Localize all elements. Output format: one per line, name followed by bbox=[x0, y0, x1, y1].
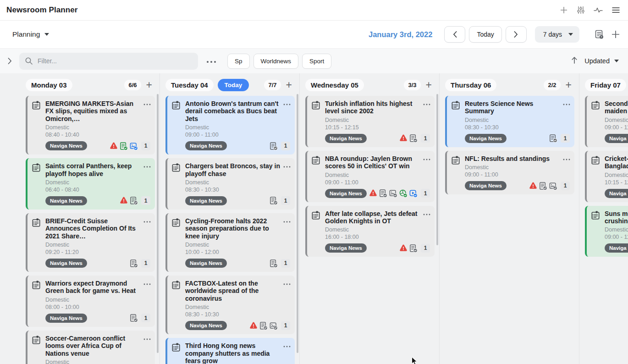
story-category: Domestic bbox=[45, 297, 150, 303]
card-menu-button[interactable] bbox=[562, 154, 571, 163]
story-type-icon bbox=[171, 218, 181, 228]
sort-direction-button[interactable] bbox=[571, 56, 578, 66]
story-category: Domestic bbox=[465, 164, 570, 171]
channel-badge: Naviga News bbox=[185, 259, 227, 268]
story-card[interactable]: Suns move crushing H Domestic 09:00 - 11… bbox=[585, 206, 628, 257]
app-header: Newsroom Planner bbox=[0, 0, 628, 21]
filter-input[interactable] bbox=[38, 57, 193, 65]
sort-by-selector[interactable]: Updated bbox=[584, 57, 619, 65]
card-menu-button[interactable] bbox=[282, 279, 292, 287]
story-card[interactable]: Third Hong Kong news company shutters as… bbox=[165, 338, 295, 364]
filter-chip-worldnews[interactable]: Worldnews bbox=[253, 54, 299, 69]
story-time: 16:00 - 18:00 bbox=[325, 234, 430, 240]
card-menu-button[interactable] bbox=[422, 99, 431, 108]
board-column: Monday 03 6/6 + EMERGING MARKETS-Asian F… bbox=[20, 73, 160, 364]
card-menu-button[interactable] bbox=[143, 161, 152, 170]
card-menu-button[interactable] bbox=[143, 334, 152, 342]
mouse-cursor bbox=[411, 357, 418, 364]
add-icon[interactable] bbox=[559, 6, 568, 15]
column-cards: Second-ra maiden Sla Domestic 09:00 - 11… bbox=[579, 96, 628, 261]
column-count-badge: 2/2 bbox=[544, 80, 560, 90]
add-story-button[interactable]: + bbox=[145, 80, 153, 90]
story-card[interactable]: After late collapse, Jets defeat Golden … bbox=[305, 206, 435, 257]
column-cards: EMERGING MARKETS-Asian FX slips, equitie… bbox=[20, 96, 160, 364]
more-filters-button[interactable] bbox=[204, 55, 219, 67]
card-menu-button[interactable] bbox=[422, 209, 431, 218]
filters-icon[interactable] bbox=[576, 6, 585, 15]
channel-badge: Naviga News bbox=[185, 196, 227, 205]
today-button[interactable]: Today bbox=[469, 26, 501, 43]
story-card[interactable]: Soccer-Cameroon conflict looms over Afri… bbox=[26, 331, 155, 364]
story-card[interactable]: FACTBOX-Latest on the worldwide spread o… bbox=[165, 276, 295, 334]
menu-icon[interactable] bbox=[611, 6, 621, 15]
filter-chip-sp[interactable]: Sp bbox=[227, 54, 250, 69]
card-menu-button[interactable] bbox=[282, 341, 292, 350]
version-count-badge: 1 bbox=[561, 134, 570, 143]
view-selector[interactable]: Planning bbox=[12, 30, 49, 39]
column-scrollbar[interactable] bbox=[297, 94, 298, 353]
story-category: Domestic bbox=[325, 172, 430, 178]
prev-button[interactable] bbox=[444, 26, 465, 43]
story-time: 08:30 - 10:30 bbox=[185, 311, 290, 318]
chevron-right-icon bbox=[8, 58, 12, 64]
story-card[interactable]: EMERGING MARKETS-Asian FX slips, equitie… bbox=[26, 96, 155, 154]
story-type-icon bbox=[311, 155, 321, 165]
story-card[interactable]: Cricket-Lit Banglades Domestic 10:15 - 1… bbox=[585, 151, 628, 202]
story-category: Domestic bbox=[325, 117, 430, 123]
story-category: Domestic bbox=[45, 242, 150, 248]
channel-badge: Naviga News bbox=[45, 314, 87, 323]
column-scrollbar[interactable] bbox=[436, 94, 438, 245]
add-story-button[interactable]: + bbox=[565, 80, 573, 90]
story-category: Domestic bbox=[605, 172, 628, 178]
story-category: Domestic bbox=[45, 124, 150, 131]
story-title: NBA roundup: Jaylen Brown scores 50 in C… bbox=[325, 155, 430, 170]
story-card[interactable]: NFL: Results and standings Domestic 09:0… bbox=[445, 151, 574, 194]
story-type-icon bbox=[171, 342, 181, 353]
card-menu-button[interactable] bbox=[282, 99, 292, 108]
image-gray-icon bbox=[269, 321, 278, 330]
saved-views-icon[interactable] bbox=[594, 29, 604, 39]
channel-badge: Naviga News bbox=[325, 189, 367, 198]
card-menu-button[interactable] bbox=[422, 154, 431, 163]
sort-by-label: Updated bbox=[584, 57, 610, 65]
story-card[interactable]: BRIEF-Credit Suisse Announces Completion… bbox=[26, 213, 155, 272]
filter-search[interactable] bbox=[19, 53, 198, 70]
chevron-down-icon bbox=[568, 33, 573, 36]
chevron-right-icon bbox=[514, 31, 518, 38]
range-selector[interactable]: 7 days bbox=[535, 26, 579, 43]
story-card[interactable]: Warriors expect Draymond Green back for … bbox=[26, 276, 155, 327]
story-card[interactable]: Saints corral Panthers, keep playoff hop… bbox=[26, 158, 155, 210]
card-menu-button[interactable] bbox=[282, 216, 292, 225]
card-menu-button[interactable] bbox=[282, 161, 292, 170]
story-card[interactable]: NBA roundup: Jaylen Brown scores 50 in C… bbox=[305, 151, 435, 202]
story-card[interactable]: Cycling-Froome halts 2022 season prepara… bbox=[165, 213, 295, 272]
story-title: Second-ra maiden Sla bbox=[605, 100, 628, 115]
story-title: NFL: Results and standings bbox=[465, 155, 570, 162]
add-story-button[interactable]: + bbox=[285, 80, 293, 90]
text-gray-icon bbox=[129, 259, 138, 268]
activity-icon[interactable] bbox=[593, 6, 603, 15]
column-scrollbar[interactable] bbox=[157, 94, 159, 353]
story-time: 10:15 - 12:15 bbox=[605, 179, 628, 186]
expand-sidebar-button[interactable] bbox=[0, 49, 19, 73]
version-count-badge: 1 bbox=[281, 142, 290, 150]
next-button[interactable] bbox=[506, 26, 527, 43]
card-menu-button[interactable] bbox=[143, 279, 152, 287]
story-card[interactable]: Turkish inflation hits highest level sin… bbox=[305, 96, 435, 147]
video-blue-icon bbox=[409, 189, 418, 198]
filter-chip-sport[interactable]: Sport bbox=[302, 54, 331, 69]
add-event-icon[interactable] bbox=[611, 29, 621, 39]
story-type-icon bbox=[590, 155, 600, 165]
text-gray-icon bbox=[269, 259, 278, 268]
story-card[interactable]: Reuters Science News Summary Domestic 08… bbox=[445, 96, 574, 147]
card-menu-button[interactable] bbox=[143, 99, 152, 108]
story-type-icon bbox=[31, 335, 41, 345]
card-menu-button[interactable] bbox=[562, 99, 571, 108]
current-date[interactable]: January 3rd, 2022 bbox=[369, 30, 432, 39]
story-card[interactable]: Second-ra maiden Sla Domestic 09:00 - 11… bbox=[585, 96, 628, 147]
story-card[interactable]: Chargers beat Broncos, stay in playoff c… bbox=[165, 158, 295, 210]
story-card[interactable]: Antonio Brown's tantrum can't derail com… bbox=[165, 96, 295, 154]
add-story-button[interactable]: + bbox=[425, 80, 433, 90]
image-blue-icon bbox=[129, 142, 138, 150]
card-menu-button[interactable] bbox=[143, 216, 152, 225]
